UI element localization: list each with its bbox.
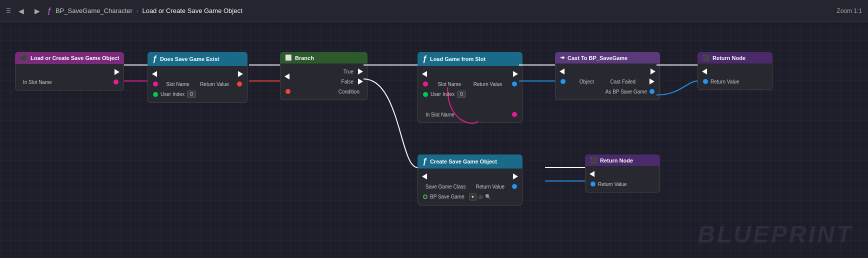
row-return-val-1: Return Value	[698, 76, 772, 86]
bp-save-dropdown-row: BP Save Game ▾ ◎ 🔍	[428, 193, 491, 200]
true-pin	[358, 68, 363, 74]
false-label: False	[342, 79, 354, 84]
object-pin	[560, 79, 566, 84]
exec-row-return-2	[586, 169, 660, 179]
slot-pin-does-save	[153, 82, 158, 86]
branch-icon: ⬜	[285, 54, 292, 61]
node-title-load-game: Load Game from Slot	[430, 56, 486, 62]
node-title-does-save-exist: Does Save Game Exist	[160, 56, 220, 62]
exec-out-pin	[114, 69, 120, 75]
in-slot-reroute-label: In Slot Name	[426, 112, 454, 118]
return-icon-2: ⬛	[590, 157, 597, 164]
in-slot-label: In Slot Name	[23, 80, 52, 85]
return-val-label-1: Return Value	[710, 79, 740, 84]
cast-failed-pin	[650, 78, 654, 84]
false-row: False	[339, 78, 363, 84]
func-icon-1: ƒ	[152, 54, 157, 64]
return-pin-load	[512, 82, 517, 86]
true-label: True	[344, 69, 354, 74]
exec-in-return-2	[590, 171, 594, 177]
row-save-class: Save Game Class Return Value	[418, 182, 522, 192]
row-bp-save-class: BP Save Game ▾ ◎ 🔍	[418, 192, 522, 202]
node-return-2[interactable]: ⬛ Return Node Return Value	[585, 154, 660, 192]
node-create-save[interactable]: ƒ Create Save Game Object Save Game Clas…	[418, 154, 522, 206]
row-object-cast: Object Cast Failed	[556, 76, 660, 86]
true-row: True	[341, 68, 363, 74]
exec-row-create-save	[418, 172, 522, 182]
menu-icon[interactable]: ☰	[6, 8, 11, 14]
node-header-return-1: ⬛ Return Node	[698, 52, 772, 64]
exec-out-cast	[650, 68, 656, 74]
node-body-create-save: Save Game Class Return Value BP Save Gam…	[418, 168, 522, 206]
event-icon: ⬛	[20, 54, 28, 62]
node-load-or-create[interactable]: ⬛ Load or Create Save Game Object In Slo…	[15, 52, 124, 90]
row-slot-name-does-save: Slot Name Return Value	[148, 79, 247, 89]
object-label: Object	[580, 79, 594, 84]
exec-out-load-game	[513, 71, 518, 77]
return-val-pin-2	[590, 182, 596, 186]
node-body-return-1: Return Value	[698, 64, 772, 90]
as-bp-pin	[650, 89, 654, 94]
node-title-cast: Cast To BP_SaveGame	[568, 55, 628, 61]
return-label-create: Return Value	[476, 184, 504, 190]
exec-row-load-game	[418, 69, 522, 79]
node-header-does-save-exist: ƒ Does Save Game Exist	[148, 52, 248, 66]
zoom-label: Zoom 1:1	[836, 8, 862, 14]
user-index-badge-load: 0	[457, 90, 466, 98]
bp-save-dropdown-btn[interactable]: ▾	[469, 193, 476, 200]
row-slot-name-load: Slot Name Return Value	[418, 79, 522, 89]
user-index-badge-does-save: 0	[187, 90, 196, 98]
row-as-bp: As BP Save Game	[556, 86, 660, 96]
exec-in-load-game	[422, 71, 427, 77]
exec-in-pin-does-save	[152, 71, 157, 77]
return-label-load: Return Value	[474, 82, 502, 87]
bp-save-search-btn[interactable]: 🔍	[485, 194, 491, 200]
exec-in-create-save	[422, 174, 427, 180]
node-title-create-save: Create Save Game Object	[430, 158, 497, 164]
node-header-return-2: ⬛ Return Node	[585, 154, 660, 166]
user-index-label-load: User Index	[430, 92, 454, 97]
row-user-index-load: User Index 0	[418, 89, 522, 100]
node-body-load-or-create: In Slot Name	[15, 64, 124, 90]
node-does-save-exist[interactable]: ƒ Does Save Game Exist Slot Name Return …	[148, 52, 248, 103]
node-body-cast: Object Cast Failed As BP Save Game	[555, 64, 660, 100]
breadcrumb-root[interactable]: BP_SaveGame_Character	[56, 7, 132, 14]
forward-button[interactable]: ▶	[31, 5, 43, 17]
node-branch[interactable]: ⬜ Branch True False	[280, 52, 368, 100]
as-bp-label: As BP Save Game	[606, 89, 647, 94]
node-title-return-2: Return Node	[600, 158, 633, 164]
branch-out-pins: True False	[339, 68, 363, 84]
user-index-label-does-save: User Index	[160, 92, 184, 97]
exec-in-return-1	[702, 68, 707, 74]
node-header-load-or-create: ⬛ Load or Create Save Game Object	[15, 52, 124, 64]
exec-row-does-save	[148, 69, 247, 79]
breadcrumb: BP_SaveGame_Character › Load or Create S…	[56, 7, 242, 14]
false-pin	[358, 78, 363, 84]
exec-row-branch: True False	[280, 66, 367, 86]
exec-in-cast	[560, 68, 564, 74]
node-body-does-save-exist: Slot Name Return Value User Index 0	[148, 66, 248, 103]
node-body-return-2: Return Value	[585, 166, 660, 192]
in-slot-reroute-pin	[512, 112, 517, 117]
return-pin-does-save	[237, 82, 242, 86]
bp-save-edit-btn[interactable]: ◎	[478, 194, 483, 200]
node-header-create-save: ƒ Create Save Game Object	[418, 154, 522, 168]
bp-save-label: BP Save Game	[430, 194, 464, 200]
node-cast-to-bp[interactable]: ↠ Cast To BP_SaveGame Object Cast Failed…	[555, 52, 660, 100]
breadcrumb-current: Load or Create Save Game Object	[142, 7, 242, 14]
row-condition: Condition	[280, 86, 367, 96]
exec-row-cast	[556, 66, 660, 76]
return-pin-create	[512, 184, 517, 189]
node-return-1[interactable]: ⬛ Return Node Return Value	[698, 52, 772, 90]
user-index-pin-does-save	[153, 92, 158, 97]
breadcrumb-sep: ›	[136, 7, 138, 14]
cast-icon: ↠	[560, 54, 564, 61]
exec-row-load-or-create	[16, 67, 124, 77]
return-icon-1: ⬛	[702, 54, 710, 61]
in-slot-pin	[114, 80, 118, 84]
node-title-return-1: Return Node	[712, 55, 746, 61]
back-button[interactable]: ◀	[15, 5, 27, 17]
slot-pin-load	[423, 82, 428, 86]
node-load-game[interactable]: ƒ Load Game from Slot Slot Name Return V…	[418, 52, 522, 123]
node-body-branch: True False Condition	[280, 64, 368, 100]
